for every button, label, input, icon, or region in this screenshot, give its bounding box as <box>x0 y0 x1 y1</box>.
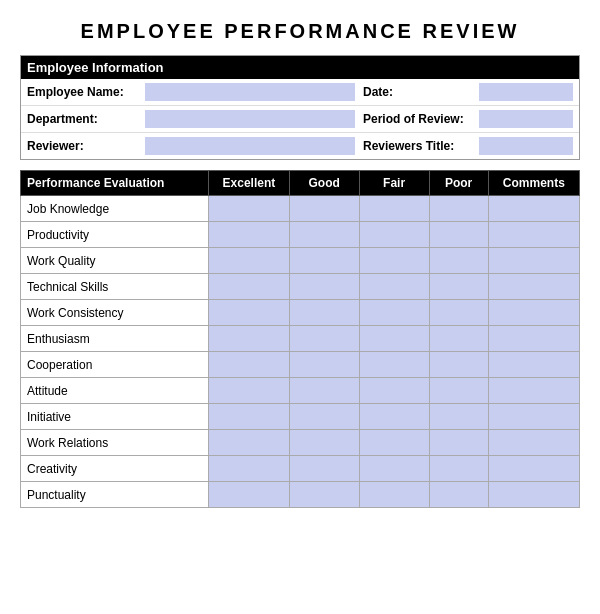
cell-excellent[interactable] <box>209 222 290 248</box>
cell-comments[interactable] <box>488 248 579 274</box>
cell-fair[interactable] <box>359 300 429 326</box>
header-fair: Fair <box>359 171 429 196</box>
cell-fair[interactable] <box>359 482 429 508</box>
cell-comments[interactable] <box>488 482 579 508</box>
cell-poor[interactable] <box>429 274 488 300</box>
cell-comments[interactable] <box>488 300 579 326</box>
cell-excellent[interactable] <box>209 430 290 456</box>
cell-good[interactable] <box>289 222 359 248</box>
reviewers-title-input[interactable] <box>479 137 573 155</box>
table-row: Enthusiasm <box>21 326 580 352</box>
cell-poor[interactable] <box>429 482 488 508</box>
cell-good[interactable] <box>289 404 359 430</box>
employee-name-label: Employee Name: <box>27 85 137 99</box>
reviewer-input[interactable] <box>145 137 355 155</box>
cell-fair[interactable] <box>359 326 429 352</box>
table-row: Productivity <box>21 222 580 248</box>
cell-fair[interactable] <box>359 352 429 378</box>
info-row-3: Reviewer: Reviewers Title: <box>21 133 579 159</box>
header-poor: Poor <box>429 171 488 196</box>
header-comments: Comments <box>488 171 579 196</box>
cell-good[interactable] <box>289 378 359 404</box>
cell-poor[interactable] <box>429 404 488 430</box>
cell-good[interactable] <box>289 196 359 222</box>
cell-comments[interactable] <box>488 222 579 248</box>
row-label: Work Consistency <box>21 300 209 326</box>
employee-name-input[interactable] <box>145 83 355 101</box>
table-row: Punctuality <box>21 482 580 508</box>
header-good: Good <box>289 171 359 196</box>
cell-poor[interactable] <box>429 300 488 326</box>
cell-good[interactable] <box>289 300 359 326</box>
cell-good[interactable] <box>289 430 359 456</box>
cell-fair[interactable] <box>359 404 429 430</box>
row-label: Creativity <box>21 456 209 482</box>
cell-excellent[interactable] <box>209 300 290 326</box>
cell-fair[interactable] <box>359 222 429 248</box>
cell-comments[interactable] <box>488 274 579 300</box>
cell-poor[interactable] <box>429 352 488 378</box>
cell-comments[interactable] <box>488 378 579 404</box>
cell-poor[interactable] <box>429 378 488 404</box>
cell-comments[interactable] <box>488 352 579 378</box>
department-label: Department: <box>27 112 137 126</box>
cell-excellent[interactable] <box>209 248 290 274</box>
cell-poor[interactable] <box>429 456 488 482</box>
cell-good[interactable] <box>289 456 359 482</box>
cell-excellent[interactable] <box>209 274 290 300</box>
cell-comments[interactable] <box>488 430 579 456</box>
reviewer-label: Reviewer: <box>27 139 137 153</box>
cell-comments[interactable] <box>488 196 579 222</box>
cell-excellent[interactable] <box>209 378 290 404</box>
cell-poor[interactable] <box>429 248 488 274</box>
performance-table: Performance Evaluation Excellent Good Fa… <box>20 170 580 508</box>
header-eval: Performance Evaluation <box>21 171 209 196</box>
cell-good[interactable] <box>289 248 359 274</box>
cell-poor[interactable] <box>429 430 488 456</box>
cell-excellent[interactable] <box>209 404 290 430</box>
info-row-1: Employee Name: Date: <box>21 79 579 106</box>
table-row: Creativity <box>21 456 580 482</box>
row-label: Enthusiasm <box>21 326 209 352</box>
row-label: Punctuality <box>21 482 209 508</box>
cell-fair[interactable] <box>359 456 429 482</box>
cell-comments[interactable] <box>488 456 579 482</box>
cell-comments[interactable] <box>488 404 579 430</box>
row-label: Productivity <box>21 222 209 248</box>
cell-poor[interactable] <box>429 326 488 352</box>
cell-fair[interactable] <box>359 378 429 404</box>
cell-excellent[interactable] <box>209 196 290 222</box>
header-excellent: Excellent <box>209 171 290 196</box>
table-row: Work Relations <box>21 430 580 456</box>
info-row-2: Department: Period of Review: <box>21 106 579 133</box>
table-row: Technical Skills <box>21 274 580 300</box>
cell-comments[interactable] <box>488 326 579 352</box>
cell-poor[interactable] <box>429 196 488 222</box>
cell-good[interactable] <box>289 274 359 300</box>
cell-fair[interactable] <box>359 196 429 222</box>
employee-info-section: Employee Information Employee Name: Date… <box>20 55 580 160</box>
cell-fair[interactable] <box>359 430 429 456</box>
cell-excellent[interactable] <box>209 326 290 352</box>
row-label: Initiative <box>21 404 209 430</box>
row-label: Work Quality <box>21 248 209 274</box>
cell-good[interactable] <box>289 482 359 508</box>
table-row: Attitude <box>21 378 580 404</box>
cell-fair[interactable] <box>359 274 429 300</box>
cell-excellent[interactable] <box>209 456 290 482</box>
cell-fair[interactable] <box>359 248 429 274</box>
period-input[interactable] <box>479 110 573 128</box>
cell-good[interactable] <box>289 352 359 378</box>
cell-good[interactable] <box>289 326 359 352</box>
department-input[interactable] <box>145 110 355 128</box>
cell-excellent[interactable] <box>209 482 290 508</box>
table-row: Job Knowledge <box>21 196 580 222</box>
row-label: Technical Skills <box>21 274 209 300</box>
employee-info-header: Employee Information <box>21 56 579 79</box>
period-label: Period of Review: <box>363 112 473 126</box>
row-label: Job Knowledge <box>21 196 209 222</box>
date-input[interactable] <box>479 83 573 101</box>
date-label: Date: <box>363 85 473 99</box>
cell-poor[interactable] <box>429 222 488 248</box>
cell-excellent[interactable] <box>209 352 290 378</box>
